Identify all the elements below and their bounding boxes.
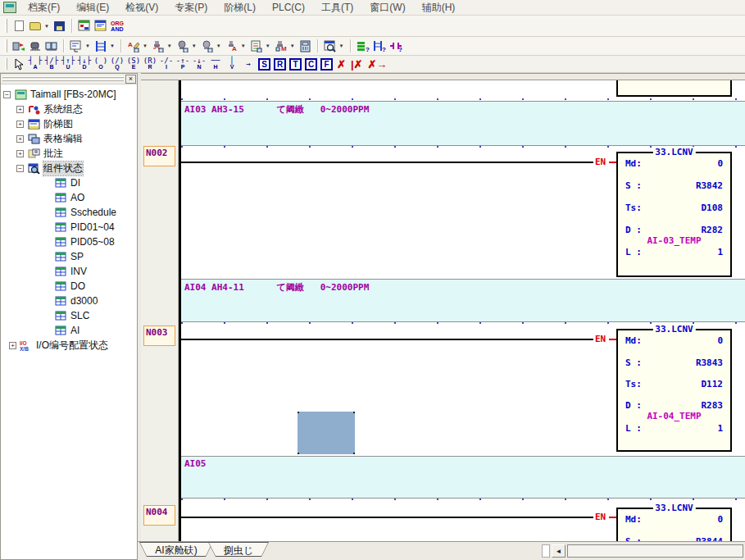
close-panel-button[interactable]: ×: [125, 75, 136, 84]
ladder-view-dropdown[interactable]: ▼: [110, 43, 115, 48]
rung-line-n002[interactable]: [181, 162, 593, 163]
ladder-canvas[interactable]: AI03 AH3-15 て阈緻 0~2000PPM EN 33.LCNV Md:…: [179, 80, 745, 541]
menu-tools[interactable]: 工具(T): [313, 1, 361, 15]
counter-button[interactable]: C: [305, 58, 317, 71]
ladder-view-button[interactable]: [93, 38, 109, 54]
function-button[interactable]: F: [320, 58, 333, 71]
param-value[interactable]: R282: [702, 225, 724, 235]
contact-up-button[interactable]: ┤↑├U: [60, 56, 76, 72]
menu-help[interactable]: 辅助(H): [414, 1, 464, 15]
network-label-n004[interactable]: N004: [143, 505, 175, 526]
project-window-button[interactable]: [76, 18, 93, 34]
param-value[interactable]: 1: [717, 423, 723, 434]
edit-cursor-selection[interactable]: [298, 412, 355, 454]
instruction-list-button[interactable]: ORG AND: [109, 18, 125, 34]
tree-item-comments[interactable]: + 批注: [1, 146, 137, 161]
collapse-icon[interactable]: −: [3, 91, 11, 98]
timer-button[interactable]: T: [289, 58, 302, 71]
network-label-n002[interactable]: N002: [143, 146, 175, 166]
convert-button[interactable]: [11, 38, 27, 54]
scroll-left-button[interactable]: ◄: [552, 544, 566, 558]
open-file-button[interactable]: [27, 18, 43, 34]
param-value[interactable]: D112: [702, 379, 724, 389]
network-view-button[interactable]: [68, 38, 84, 54]
expand-icon[interactable]: +: [16, 106, 24, 113]
delete-element-button[interactable]: ✗: [337, 59, 346, 70]
save-button[interactable]: [52, 18, 68, 34]
param-value[interactable]: 0: [717, 335, 723, 346]
tree-panel-header[interactable]: ×: [1, 74, 137, 84]
tree-item-slc[interactable]: SLC: [1, 308, 137, 323]
coil-not-button[interactable]: (/)Q: [109, 56, 125, 72]
tree-item-pid05-08[interactable]: PID05~08: [1, 234, 137, 249]
edit-element-dropdown[interactable]: ▼: [143, 43, 148, 48]
monitor-wave-dropdown[interactable]: ▼: [167, 43, 172, 48]
tree-item-io-config-status[interactable]: + I/OX/B I/O编号配置状态: [1, 338, 137, 353]
comment-band-ai05[interactable]: AI05: [181, 456, 745, 499]
expand-icon[interactable]: +: [16, 121, 24, 128]
reference-button[interactable]: [43, 38, 60, 54]
contact-query-button[interactable]: ?: [388, 38, 404, 54]
component-monitor-button[interactable]: [175, 38, 191, 54]
tree-item-d3000[interactable]: d3000: [1, 294, 137, 308]
horizontal-scrollbar[interactable]: [567, 544, 743, 558]
step-r-button[interactable]: R: [274, 58, 286, 71]
param-value[interactable]: R3842: [696, 180, 723, 191]
menu-plc[interactable]: PLC(C): [264, 2, 313, 13]
menu-project[interactable]: 专案(P): [166, 1, 216, 15]
status-list-button[interactable]: [248, 38, 265, 54]
status-list-dropdown[interactable]: ▼: [266, 43, 270, 48]
status-m-dropdown[interactable]: ▼: [290, 43, 295, 48]
find-dropdown[interactable]: ▼: [339, 43, 344, 48]
find-button[interactable]: [322, 38, 338, 54]
new-file-button[interactable]: [11, 18, 27, 34]
arrow-button[interactable]: →: [240, 56, 257, 72]
calculator-button[interactable]: [298, 38, 314, 54]
comment-band-ai04[interactable]: AI04 AH4-11 て阈緻 0~2000PPM: [181, 279, 745, 322]
tree-item-system-config[interactable]: + 系统组态: [1, 102, 137, 116]
register-monitor-button[interactable]: [199, 38, 216, 54]
component-monitor-dropdown[interactable]: ▼: [192, 43, 197, 48]
menu-ladder[interactable]: 阶梯(L): [216, 1, 264, 15]
menu-file[interactable]: 档案(F): [20, 1, 68, 15]
param-value[interactable]: 0: [717, 158, 723, 169]
comment-band-ai03[interactable]: AI03 AH3-15 て阈緻 0~2000PPM: [181, 101, 745, 146]
param-value[interactable]: D108: [702, 203, 724, 213]
tree-item-component-status[interactable]: − 组件状态: [1, 161, 137, 175]
open-dropdown-arrow[interactable]: ▼: [44, 24, 49, 29]
network-view-dropdown[interactable]: ▼: [85, 43, 90, 48]
edit-element-button[interactable]: A: [125, 38, 142, 54]
tree-item-do[interactable]: DO: [1, 279, 137, 294]
contact-down-button[interactable]: ┤↓├D: [76, 56, 93, 72]
tree-item-table-edit[interactable]: + 表格编辑: [1, 131, 137, 146]
status-m-button[interactable]: M: [273, 38, 289, 54]
function-block-lcnv-3[interactable]: 33.LCNV Md:0 S :R3844: [616, 508, 732, 541]
tree-item-sschedule[interactable]: Sschedule: [1, 205, 137, 220]
vertical-line-button[interactable]: │V: [224, 56, 240, 72]
menu-window[interactable]: 窗口(W): [361, 1, 413, 15]
select-pointer-button[interactable]: [11, 56, 27, 72]
coil-reset-button[interactable]: (R)R: [142, 56, 158, 72]
delete-line-button[interactable]: |✗: [351, 59, 363, 70]
falling-edge-button[interactable]: -↓-N: [191, 56, 207, 72]
tree-item-pid01-04[interactable]: PID01~04: [1, 220, 137, 234]
tree-item-inv[interactable]: INV: [1, 264, 137, 279]
function-block-partial-top[interactable]: [616, 80, 732, 97]
ladder-window-button[interactable]: [93, 18, 109, 34]
ladder-query-button[interactable]: ?: [371, 38, 388, 54]
tree-item-project-root[interactable]: − Taimall [FBs-20MC]: [1, 87, 137, 102]
tree-item-ao[interactable]: AO: [1, 190, 137, 205]
status-query-button[interactable]: ?: [355, 38, 371, 54]
tree-item-ladder-diagram[interactable]: + 阶梯图: [1, 116, 137, 131]
param-value[interactable]: 1: [717, 247, 723, 257]
register-monitor-dropdown[interactable]: ▼: [216, 43, 221, 48]
menu-edit[interactable]: 编辑(E): [68, 1, 117, 15]
coil-set-button[interactable]: (S)E: [125, 56, 142, 72]
tab-ai-sheet[interactable]: AI家舱砆): [139, 542, 213, 557]
function-block-lcnv-1[interactable]: 33.LCNV Md:0 S :R3842 Ts:D108 D :R282 AI…: [616, 152, 732, 277]
network-label-n003[interactable]: N003: [143, 326, 175, 346]
expand-icon[interactable]: +: [9, 342, 16, 349]
delete-network-button[interactable]: ✗→: [367, 59, 387, 70]
rising-edge-button[interactable]: -↑-P: [175, 56, 191, 72]
rung-line-n003[interactable]: [181, 339, 593, 340]
